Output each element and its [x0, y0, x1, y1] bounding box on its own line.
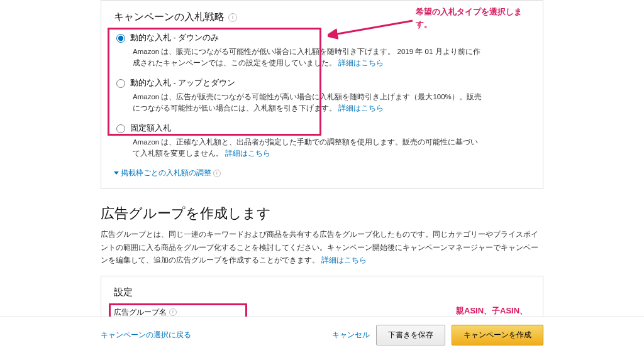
save-draft-button[interactable]: 下書きを保存	[376, 325, 445, 345]
settings-title: 設定	[114, 286, 530, 298]
radio-desc: Amazon は、広告が販売につながる可能性が高い場合に入札額を随時引き上げます…	[133, 91, 485, 114]
back-to-campaign-link[interactable]: キャンペーンの選択に戻る	[101, 330, 191, 339]
radio-label: 動的な入札 - アップとダウン	[130, 78, 235, 89]
create-campaign-button[interactable]: キャンペーンを作成	[452, 325, 543, 345]
ad-group-heading: 広告グループを作成します	[101, 204, 543, 223]
cancel-button[interactable]: キャンセル	[332, 330, 370, 340]
bid-option-fixed[interactable]: 固定額入札 Amazon は、正確な入札額と、出品者が指定した手動での調整額を使…	[114, 123, 530, 160]
expander-label: 掲載枠ごとの入札額の調整	[121, 168, 211, 178]
info-icon[interactable]: i	[213, 170, 221, 177]
radio-desc: Amazon は、販売につながる可能性が低い場合に入札額を随時引き下げます。 2…	[133, 46, 485, 69]
radio-label: 固定額入札	[130, 123, 171, 134]
info-icon[interactable]: i	[228, 13, 237, 22]
ad-group-desc-text: 広告グループとは、同じ一連のキーワードおよび商品を共有する広告をグループ化したも…	[101, 230, 538, 264]
bidding-strategy-panel: キャンペーンの入札戦略 i 希望の入札タイプを選択します。 動的な入札 - ダウ…	[101, 0, 543, 189]
bid-option-up-down[interactable]: 動的な入札 - アップとダウン Amazon は、広告が販売につながる可能性が高…	[114, 78, 530, 114]
annotation-bid-type: 希望の入札タイプを選択します。	[416, 6, 530, 30]
radio-up-down[interactable]	[116, 79, 125, 88]
field-label-text: 広告グループ名	[114, 307, 167, 318]
info-icon[interactable]: i	[169, 308, 177, 316]
learn-more-link[interactable]: 詳細はこちら	[338, 59, 384, 67]
radio-desc-text: Amazon は、販売につながる可能性が低い場合に入札額を随時引き下げます。 2…	[133, 48, 480, 67]
learn-more-link[interactable]: 詳細はこちら	[338, 104, 384, 112]
radio-label: 動的な入札 - ダウンのみ	[130, 33, 219, 43]
bid-radio-group: 動的な入札 - ダウンのみ Amazon は、販売につながる可能性が低い場合に入…	[114, 33, 530, 159]
ad-group-desc: 広告グループとは、同じ一連のキーワードおよび商品を共有する広告をグループ化したも…	[101, 228, 543, 266]
radio-desc-text: Amazon は、正確な入札額と、出品者が指定した手動での調整額を使用します。販…	[133, 138, 478, 157]
learn-more-link[interactable]: 詳細はこちら	[225, 149, 270, 157]
footer-bar: キャンペーンの選択に戻る キャンセル 下書きを保存 キャンペーンを作成	[0, 317, 644, 353]
radio-down-only[interactable]	[116, 34, 125, 43]
bidding-title-text: キャンペーンの入札戦略	[114, 11, 225, 24]
learn-more-link[interactable]: 詳細はこちら	[321, 256, 367, 264]
radio-fixed[interactable]	[116, 124, 125, 133]
radio-desc-text: Amazon は、広告が販売につながる可能性が高い場合に入札額を随時引き上げます…	[133, 93, 482, 112]
placement-adjustment-expander[interactable]: 掲載枠ごとの入札額の調整 i	[114, 168, 530, 178]
chevron-down-icon	[114, 171, 119, 175]
radio-desc: Amazon は、正確な入札額と、出品者が指定した手動での調整額を使用します。販…	[133, 136, 485, 160]
bid-option-down-only[interactable]: 動的な入札 - ダウンのみ Amazon は、販売につながる可能性が低い場合に入…	[114, 33, 530, 69]
